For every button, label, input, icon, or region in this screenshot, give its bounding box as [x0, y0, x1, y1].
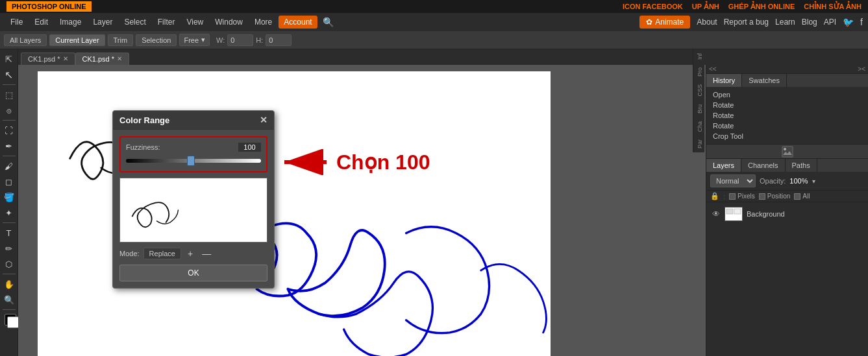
collapse-css[interactable]: CSS	[693, 80, 704, 101]
text-tool[interactable]: T	[2, 226, 16, 240]
history-item-3[interactable]: Rotate	[709, 121, 865, 131]
menu-blog[interactable]: Blog	[802, 18, 817, 27]
tab-layers[interactable]: Layers	[706, 159, 741, 172]
link-up-anh[interactable]: UP ẢNH	[692, 3, 719, 11]
toolbar-separator-1	[3, 84, 16, 85]
mode-section: Mode: Replace + —	[119, 248, 267, 259]
paint-bucket-tool[interactable]: 🪣	[2, 190, 16, 204]
mode-subtract-button[interactable]: —	[199, 248, 214, 259]
lock-all[interactable]: All	[794, 193, 810, 200]
tab-channels[interactable]: Channels	[741, 159, 785, 172]
pen-tool[interactable]: ✏	[2, 241, 16, 255]
eyedropper-tool[interactable]: ✒	[2, 139, 16, 153]
history-item-0[interactable]: Open	[709, 89, 865, 100]
menu-view[interactable]: View	[181, 16, 208, 29]
blend-mode-select[interactable]: Normal	[710, 174, 756, 187]
lock-all-checkbox[interactable]	[794, 193, 800, 200]
lock-pixels[interactable]: Pixels	[729, 193, 755, 200]
menu-layer[interactable]: Layer	[88, 16, 118, 29]
menu-select[interactable]: Select	[119, 16, 151, 29]
free-dropdown[interactable]: Free ▾	[179, 34, 210, 46]
dialog-title-bar: Color Range ✕	[113, 111, 274, 130]
trim-button[interactable]: Trim	[108, 34, 134, 46]
menu-more[interactable]: More	[249, 16, 277, 29]
link-chinh-sua[interactable]: CHỈNH SỬA ẢNH	[804, 3, 862, 11]
layer-visibility-icon[interactable]: 👁	[712, 209, 721, 219]
lock-position-label: Position	[767, 193, 791, 200]
lock-position[interactable]: Position	[759, 193, 791, 200]
menu-learn[interactable]: Learn	[775, 18, 795, 27]
hand-tool[interactable]: ✋	[2, 277, 16, 291]
layers-lock-row: 🔒 : Pixels Position All	[706, 191, 868, 202]
panel-collapse-left[interactable]: <<	[709, 65, 717, 73]
brush-tool[interactable]: 🖌	[2, 159, 16, 173]
layer-name: Background	[747, 210, 785, 218]
lock-position-checkbox[interactable]	[759, 193, 765, 200]
zoom-tool[interactable]: 🔍	[2, 292, 16, 307]
lock-pixels-checkbox[interactable]	[729, 193, 736, 200]
history-item-2[interactable]: Rotate	[709, 110, 865, 121]
fuzziness-row: Fuzziness: 100	[126, 143, 261, 152]
layers-options: Normal Opacity: 100% ▾	[706, 172, 868, 191]
tab-swatches[interactable]: Swatches	[742, 74, 787, 87]
collapse-bru[interactable]: Bru	[693, 101, 704, 117]
tab-0-close[interactable]: ✕	[63, 56, 68, 62]
menu-account[interactable]: Account	[279, 16, 317, 29]
link-ghep-anh[interactable]: GHÉP ẢNH ONLINE	[728, 3, 795, 11]
search-icon[interactable]: 🔍	[319, 16, 338, 29]
selection-button[interactable]: Selection	[136, 34, 177, 46]
svg-point-7	[784, 148, 786, 150]
collapse-cha[interactable]: Cha	[693, 117, 704, 136]
w-input[interactable]	[227, 34, 253, 46]
layer-item-background[interactable]: 👁 Background	[709, 205, 865, 223]
ok-button[interactable]: OK	[119, 265, 267, 281]
marquee-tool[interactable]: ⬚	[2, 88, 16, 102]
mode-replace[interactable]: Replace	[143, 248, 181, 259]
menu-report-bug[interactable]: Report a bug	[724, 18, 769, 27]
shape-tool[interactable]: ⬡	[2, 257, 16, 271]
tab-history[interactable]: History	[706, 74, 742, 87]
h-input[interactable]	[266, 34, 291, 46]
preview-svg	[120, 178, 267, 242]
menu-file[interactable]: File	[5, 16, 28, 29]
all-layers-button[interactable]: All Layers	[4, 34, 47, 46]
menu-edit[interactable]: Edit	[29, 16, 53, 29]
menu-about[interactable]: About	[697, 18, 717, 27]
tab-0[interactable]: CK1.psd * ✕	[21, 53, 75, 65]
arrow-tool[interactable]: ↖	[2, 67, 16, 82]
twitter-icon[interactable]: 🐦	[843, 17, 854, 27]
clone-tool[interactable]: ✦	[2, 206, 16, 220]
crop-tool[interactable]: ⛶	[2, 123, 16, 137]
history-item-1[interactable]: Rotate	[709, 100, 865, 110]
menu-api[interactable]: API	[824, 18, 836, 27]
tab-1-close[interactable]: ✕	[117, 56, 122, 62]
animate-button[interactable]: ✿ Animate	[639, 16, 690, 29]
fuzziness-slider[interactable]	[126, 156, 261, 166]
w-label: W:	[216, 36, 225, 44]
tab-paths[interactable]: Paths	[786, 159, 817, 172]
tab-1[interactable]: CK1.psd * ✕	[75, 53, 130, 65]
collapse-pro[interactable]: Pro	[693, 65, 704, 80]
dialog-close-button[interactable]: ✕	[260, 115, 267, 125]
history-item-4[interactable]: Crop Tool	[709, 131, 865, 141]
menu-filter[interactable]: Filter	[153, 16, 180, 29]
facebook-icon[interactable]: f	[860, 17, 863, 27]
move-tool[interactable]: ⇱	[2, 52, 16, 66]
right-panel: << >< History Swatches Open Rotate Rotat…	[706, 65, 868, 356]
menu-image[interactable]: Image	[55, 16, 86, 29]
current-layer-button[interactable]: Current Layer	[49, 34, 105, 46]
logo: PHOTOSHOP ONLINE	[6, 1, 92, 12]
mode-label: Mode:	[119, 250, 140, 257]
mode-add-button[interactable]: +	[185, 248, 195, 259]
image-icon-row	[706, 145, 868, 159]
background-color[interactable]	[7, 316, 19, 328]
menu-window[interactable]: Window	[210, 16, 248, 29]
collapse-par[interactable]: Par	[693, 136, 704, 152]
link-icon-facebook[interactable]: ICON FACEBOOK	[623, 3, 683, 11]
panel-collapse-right[interactable]: ><	[858, 65, 865, 73]
color-range-dialog: Color Range ✕ Fuzziness: 100	[112, 110, 275, 289]
lasso-tool[interactable]: ⌾	[2, 103, 16, 117]
opacity-dropdown-icon[interactable]: ▾	[812, 178, 815, 185]
slider-thumb[interactable]	[187, 156, 195, 166]
eraser-tool[interactable]: ◻	[2, 174, 16, 189]
